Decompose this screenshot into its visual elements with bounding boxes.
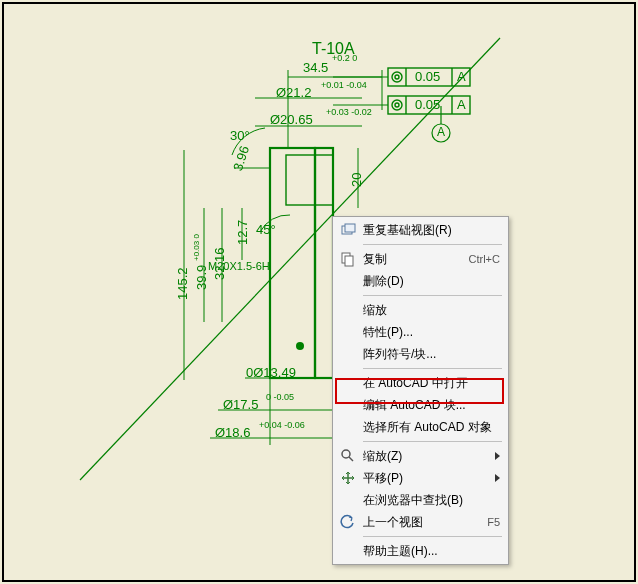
tol-d18-6: +0.04 -0.06 bbox=[259, 421, 305, 429]
dim-thread: M20X1.5-6H bbox=[208, 260, 270, 272]
blank-icon bbox=[339, 491, 357, 509]
menu-label: 平移(P) bbox=[363, 470, 491, 487]
prev-view-icon bbox=[339, 513, 357, 531]
pan-icon bbox=[339, 469, 357, 487]
dim-30: 30° bbox=[230, 128, 250, 143]
dim-d21-2: Ø21.2 bbox=[276, 85, 311, 100]
menu-find-in-browser[interactable]: 在浏览器中查找(B) bbox=[335, 489, 506, 511]
menu-separator bbox=[363, 244, 502, 245]
tol-d17-5: 0 -0.05 bbox=[266, 393, 294, 401]
dim-45: 45° bbox=[256, 222, 276, 237]
svg-point-41 bbox=[342, 450, 350, 458]
tol-34-5: +0.2 0 bbox=[332, 54, 357, 62]
dim-0d13-49: 0Ø13.49 bbox=[246, 365, 296, 380]
svg-rect-0 bbox=[3, 3, 635, 581]
menu-select-all-autocad[interactable]: 选择所有 AutoCAD 对象 bbox=[335, 416, 506, 438]
svg-point-36 bbox=[395, 103, 399, 107]
datum-a: A bbox=[437, 125, 445, 139]
svg-point-6 bbox=[296, 342, 304, 350]
dim-d20-65: Ø20.65 bbox=[270, 112, 313, 127]
blank-icon bbox=[339, 272, 357, 290]
menu-separator bbox=[363, 368, 502, 369]
menu-previous-view[interactable]: 上一个视图 F5 bbox=[335, 511, 506, 533]
menu-edit-autocad-block[interactable]: 编辑 AutoCAD 块... bbox=[335, 394, 506, 416]
menu-delete[interactable]: 删除(D) bbox=[335, 270, 506, 292]
tol-d20-65: +0.03 -0.02 bbox=[326, 108, 372, 116]
svg-rect-1 bbox=[270, 148, 315, 378]
svg-rect-38 bbox=[345, 224, 355, 232]
menu-help-topic[interactable]: 帮助主题(H)... bbox=[335, 540, 506, 562]
gtol-val-1: 0.05 bbox=[415, 69, 440, 84]
menu-shortcut: Ctrl+C bbox=[469, 253, 500, 265]
dim-39-9: 39.9 bbox=[194, 265, 209, 290]
dim-20: 20 bbox=[349, 173, 364, 187]
svg-point-35 bbox=[392, 100, 402, 110]
dim-12-7: 12.7 bbox=[235, 220, 250, 245]
tol-39-9: +0.03 0 bbox=[193, 234, 200, 261]
zoom-icon bbox=[339, 447, 357, 465]
menu-pan[interactable]: 平移(P) bbox=[335, 467, 506, 489]
menu-array-symbols[interactable]: 阵列符号/块... bbox=[335, 343, 506, 365]
menu-label: 特性(P)... bbox=[363, 324, 500, 341]
dim-d17-5: Ø17.5 bbox=[223, 397, 258, 412]
menu-properties[interactable]: 特性(P)... bbox=[335, 321, 506, 343]
menu-label: 删除(D) bbox=[363, 273, 500, 290]
submenu-arrow-icon bbox=[495, 452, 500, 460]
svg-line-42 bbox=[349, 457, 353, 461]
submenu-arrow-icon bbox=[495, 474, 500, 482]
menu-separator bbox=[363, 536, 502, 537]
menu-label: 编辑 AutoCAD 块... bbox=[363, 397, 500, 414]
blank-icon bbox=[339, 323, 357, 341]
dim-d18-6: Ø18.6 bbox=[215, 425, 250, 440]
menu-label: 复制 bbox=[363, 251, 461, 268]
blank-icon bbox=[339, 396, 357, 414]
blank-icon bbox=[339, 301, 357, 319]
blank-icon bbox=[339, 542, 357, 560]
svg-rect-40 bbox=[345, 256, 353, 266]
menu-label: 重复基础视图(R) bbox=[363, 222, 500, 239]
svg-point-31 bbox=[395, 75, 399, 79]
tol-d21-2: +0.01 -0.04 bbox=[321, 81, 367, 89]
context-menu: 重复基础视图(R) 复制 Ctrl+C 删除(D) 缩放 特性(P)... 阵列… bbox=[332, 216, 509, 565]
menu-separator bbox=[363, 441, 502, 442]
repeat-icon bbox=[339, 221, 357, 239]
svg-rect-2 bbox=[315, 148, 333, 378]
blank-icon bbox=[339, 345, 357, 363]
menu-scale[interactable]: 缩放 bbox=[335, 299, 506, 321]
svg-rect-3 bbox=[286, 155, 333, 205]
cad-canvas bbox=[0, 0, 638, 584]
gtol-ref-1: A bbox=[457, 69, 466, 84]
menu-open-in-autocad[interactable]: 在 AutoCAD 中打开 bbox=[335, 372, 506, 394]
blank-icon bbox=[339, 418, 357, 436]
menu-label: 阵列符号/块... bbox=[363, 346, 500, 363]
copy-icon bbox=[339, 250, 357, 268]
menu-label: 帮助主题(H)... bbox=[363, 543, 500, 560]
menu-label: 在浏览器中查找(B) bbox=[363, 492, 500, 509]
menu-repeat-base-view[interactable]: 重复基础视图(R) bbox=[335, 219, 506, 241]
menu-copy[interactable]: 复制 Ctrl+C bbox=[335, 248, 506, 270]
menu-shortcut: F5 bbox=[487, 516, 500, 528]
menu-label: 缩放(Z) bbox=[363, 448, 491, 465]
svg-point-30 bbox=[392, 72, 402, 82]
gtol-val-2: 0.05 bbox=[415, 97, 440, 112]
gtol-ref-2: A bbox=[457, 97, 466, 112]
dim-145-2: 145.2 bbox=[175, 267, 190, 300]
menu-label: 缩放 bbox=[363, 302, 500, 319]
menu-separator bbox=[363, 295, 502, 296]
blank-icon bbox=[339, 374, 357, 392]
menu-label: 上一个视图 bbox=[363, 514, 479, 531]
dim-34-5: 34.5 bbox=[303, 60, 328, 75]
menu-label: 在 AutoCAD 中打开 bbox=[363, 375, 500, 392]
menu-label: 选择所有 AutoCAD 对象 bbox=[363, 419, 500, 436]
menu-zoom[interactable]: 缩放(Z) bbox=[335, 445, 506, 467]
